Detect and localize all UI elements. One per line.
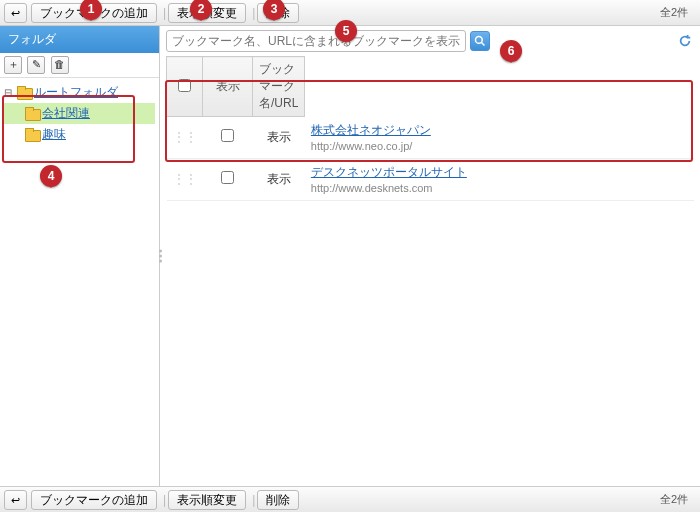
svg-line-1 bbox=[482, 43, 485, 46]
folder-delete-button[interactable]: 🗑 bbox=[51, 56, 69, 74]
total-count-label: 全2件 bbox=[660, 5, 696, 20]
row-display-cell: 表示 bbox=[253, 158, 305, 200]
toolbar-separator: | bbox=[252, 6, 255, 20]
toolbar-separator: | bbox=[252, 493, 255, 507]
row-drag-handle[interactable]: ⋮⋮ bbox=[167, 158, 203, 200]
sidebar-title: フォルダ bbox=[0, 26, 159, 53]
search-input[interactable] bbox=[166, 30, 466, 52]
bookmark-link[interactable]: デスクネッツポータルサイト bbox=[311, 165, 467, 179]
back-button-bottom[interactable]: ↩ bbox=[4, 490, 27, 510]
search-icon bbox=[474, 35, 486, 47]
toolbar-separator: | bbox=[163, 6, 166, 20]
bookmark-url: http://www.desknets.com bbox=[311, 182, 433, 194]
add-bookmark-button-bottom[interactable]: ブックマークの追加 bbox=[31, 490, 157, 510]
folder-add-button[interactable]: ＋ bbox=[4, 56, 22, 74]
refresh-icon bbox=[678, 34, 692, 48]
table-row: ⋮⋮ 表示 デスクネッツポータルサイト http://www.desknets.… bbox=[167, 158, 695, 200]
row-name-cell: デスクネッツポータルサイト http://www.desknets.com bbox=[305, 158, 694, 200]
folder-edit-button[interactable]: ✎ bbox=[27, 56, 45, 74]
toolbar-separator: | bbox=[163, 493, 166, 507]
highlight-box bbox=[2, 95, 135, 163]
callout-marker: 5 bbox=[335, 20, 357, 42]
callout-marker: 4 bbox=[40, 165, 62, 187]
callout-marker: 6 bbox=[500, 40, 522, 62]
row-checkbox-cell bbox=[203, 158, 253, 200]
search-bar bbox=[160, 26, 700, 56]
sidebar-tool-row: ＋ ✎ 🗑 bbox=[0, 53, 159, 78]
sidebar-resize-handle[interactable] bbox=[159, 250, 162, 263]
reorder-button-bottom[interactable]: 表示順変更 bbox=[168, 490, 246, 510]
row-checkbox[interactable] bbox=[221, 171, 234, 184]
delete-button-bottom[interactable]: 削除 bbox=[257, 490, 299, 510]
bottom-toolbar: ↩ ブックマークの追加 | 表示順変更 | 削除 全2件 bbox=[0, 486, 700, 512]
back-button[interactable]: ↩ bbox=[4, 3, 27, 23]
total-count-label-bottom: 全2件 bbox=[660, 492, 696, 507]
search-button[interactable] bbox=[470, 31, 490, 51]
refresh-button[interactable] bbox=[676, 32, 694, 50]
highlight-box bbox=[165, 80, 693, 162]
svg-point-0 bbox=[476, 37, 483, 44]
